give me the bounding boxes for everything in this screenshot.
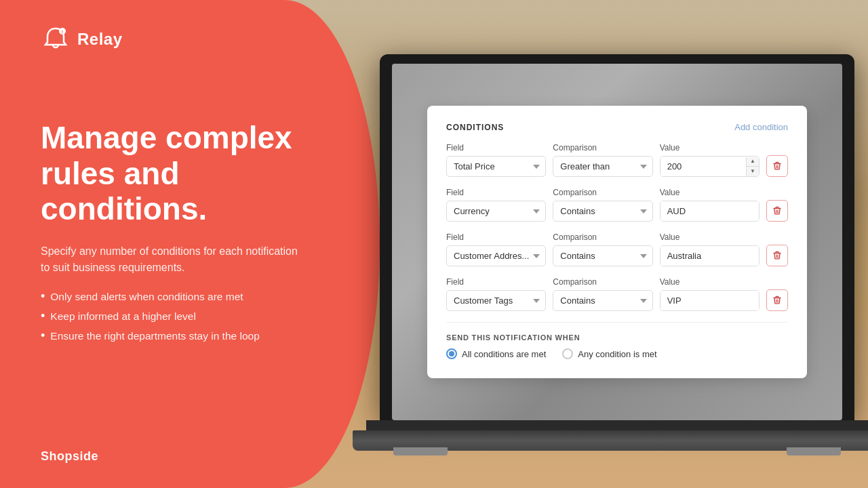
laptop-foot-left [393, 447, 448, 455]
field-select-4[interactable]: Customer Tags [446, 290, 546, 311]
trash-icon-1 [773, 161, 781, 171]
value-input-wrap-4 [660, 290, 760, 311]
field-label-2: Field [446, 188, 546, 197]
condition-row-4: Field Customer Tags Comparison Contains [446, 277, 788, 311]
field-select-1[interactable]: Total Price [446, 156, 546, 177]
comparison-group-4: Comparison Contains [553, 277, 652, 311]
card-header: CONDITIONS Add condition [446, 122, 788, 132]
field-label-1: Field [446, 143, 546, 152]
send-section: SEND THIS NOTIFICATION WHEN All conditio… [446, 322, 788, 359]
condition-row-1: Field Total Price Comparison Greater tha… [446, 143, 788, 177]
add-condition-link[interactable]: Add condition [734, 122, 788, 132]
field-label-3: Field [446, 232, 546, 242]
value-group-2: Value [660, 188, 760, 222]
radio-any-condition[interactable]: Any condition is met [562, 348, 656, 359]
laptop: CONDITIONS Add condition Field Total Pri… [353, 27, 868, 488]
trash-icon-4 [773, 296, 781, 305]
spinner-up-1[interactable]: ▲ [747, 157, 759, 167]
comparison-group-1: Comparison Greater than [553, 143, 652, 177]
field-group-2: Field Currency [446, 188, 546, 222]
comparison-group-3: Comparison Contains [553, 232, 652, 266]
value-group-1: Value ▲ ▼ [660, 143, 760, 177]
value-group-3: Value [660, 232, 760, 266]
value-input-1[interactable] [660, 157, 746, 176]
condition-row-2: Field Currency Comparison Contains [446, 188, 788, 222]
comparison-label-4: Comparison [553, 277, 652, 287]
field-group-4: Field Customer Tags [446, 277, 546, 311]
spinner-1: ▲ ▼ [746, 157, 759, 176]
comparison-label-3: Comparison [553, 232, 652, 242]
screen-bezel: CONDITIONS Add condition Field Total Pri… [380, 54, 854, 420]
value-input-3[interactable] [660, 246, 759, 266]
value-label-4: Value [660, 277, 760, 287]
field-label-4: Field [446, 277, 546, 287]
radio-label-all: All conditions are met [462, 349, 546, 359]
conditions-title: CONDITIONS [446, 123, 504, 132]
radio-circle-any [562, 348, 573, 359]
subtext: Specify any number of conditions for eac… [41, 243, 298, 276]
radio-circle-all [446, 348, 457, 359]
value-input-wrap-1: ▲ ▼ [660, 156, 760, 177]
delete-btn-3[interactable] [766, 245, 788, 266]
radio-label-any: Any condition is met [578, 349, 656, 359]
conditions-card: CONDITIONS Add condition Field Total Pri… [427, 106, 807, 378]
trash-icon-3 [773, 251, 781, 260]
value-input-wrap-3 [660, 245, 760, 266]
delete-btn-2[interactable] [766, 200, 788, 222]
comparison-select-2[interactable]: Contains [553, 201, 652, 222]
delete-btn-4[interactable] [766, 289, 788, 311]
value-label-1: Value [660, 143, 760, 152]
field-select-3[interactable]: Customer Addres... [446, 245, 546, 266]
field-select-2[interactable]: Currency [446, 201, 546, 222]
value-input-2[interactable] [660, 201, 759, 221]
laptop-screen: CONDITIONS Add condition Field Total Pri… [392, 64, 842, 420]
left-panel: ! Relay Manage complex rules and conditi… [0, 0, 380, 488]
comparison-label-2: Comparison [553, 188, 652, 197]
value-group-4: Value [660, 277, 760, 311]
bullet-item-3: Ensure the right departments stay in the… [41, 329, 339, 343]
trash-icon-2 [773, 206, 781, 216]
send-title: SEND THIS NOTIFICATION WHEN [446, 333, 788, 342]
condition-row-3: Field Customer Addres... Comparison Cont… [446, 232, 788, 266]
bullet-list: Only send alerts when conditions are met… [41, 289, 339, 343]
screen-bg: CONDITIONS Add condition Field Total Pri… [392, 64, 842, 420]
value-input-4[interactable] [660, 291, 759, 310]
comparison-group-2: Comparison Contains [553, 188, 652, 222]
bullet-item-2: Keep informed at a higher level [41, 309, 339, 323]
field-group-1: Field Total Price [446, 143, 546, 177]
logo-area: ! Relay [41, 24, 339, 54]
field-group-3: Field Customer Addres... [446, 232, 546, 266]
bullet-item-1: Only send alerts when conditions are met [41, 289, 339, 304]
value-input-wrap-2 [660, 201, 760, 222]
relay-logo-icon: ! [41, 24, 71, 54]
spinner-down-1[interactable]: ▼ [747, 167, 759, 176]
left-content: Manage complex rules and conditions. Spe… [41, 54, 339, 449]
radio-all-conditions[interactable]: All conditions are met [446, 348, 546, 359]
delete-btn-1[interactable] [766, 155, 788, 177]
comparison-label-1: Comparison [553, 143, 652, 152]
laptop-foot-right [787, 447, 841, 455]
comparison-select-4[interactable]: Contains [553, 290, 652, 311]
value-label-2: Value [660, 188, 760, 197]
radio-group: All conditions are met Any condition is … [446, 348, 788, 359]
comparison-select-1[interactable]: Greater than [553, 156, 652, 177]
comparison-select-3[interactable]: Contains [553, 245, 652, 266]
laptop-outer: CONDITIONS Add condition Field Total Pri… [353, 54, 868, 488]
headline: Manage complex rules and conditions. [41, 120, 339, 228]
logo-text: Relay [77, 30, 123, 49]
svg-text:!: ! [62, 30, 63, 35]
value-label-3: Value [660, 232, 760, 242]
shopside-brand: Shopside [41, 449, 339, 464]
